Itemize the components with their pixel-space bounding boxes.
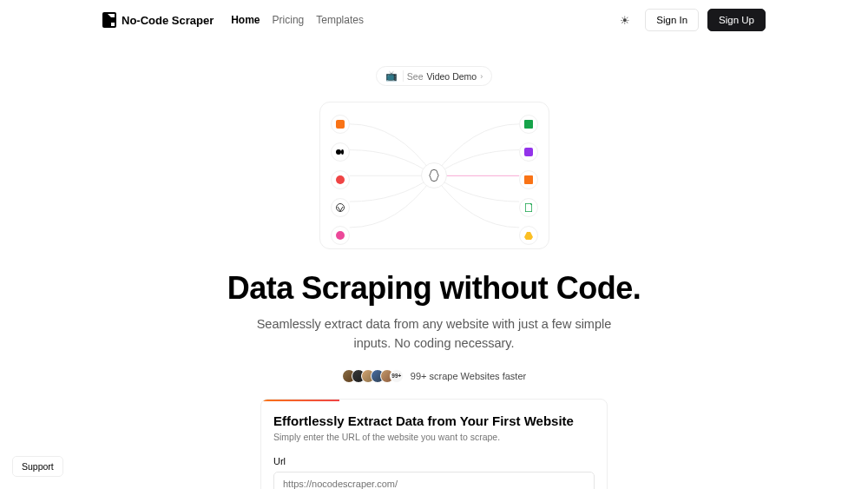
main-nav: Home Pricing Templates: [231, 14, 364, 26]
openai-icon: [427, 169, 441, 182]
video-see: See: [407, 71, 424, 82]
svg-point-2: [341, 149, 344, 155]
nav-pricing[interactable]: Pricing: [273, 14, 305, 26]
theme-toggle[interactable]: ☀: [614, 9, 636, 31]
avatar-more: 99+: [390, 369, 404, 383]
drive-icon: [519, 226, 538, 245]
main-content: 📺 See Video Demo ›: [0, 40, 868, 489]
diagram-left-column: [331, 115, 350, 245]
header: No-Code Scraper Home Pricing Templates ☀…: [0, 0, 868, 40]
logo-icon: [102, 12, 116, 28]
hero-subtitle: Seamlessly extract data from any website…: [252, 315, 616, 354]
integration-diagram: [319, 102, 549, 249]
url-input[interactable]: [273, 472, 595, 490]
database-icon: [519, 142, 538, 162]
blogger-icon: [331, 115, 350, 134]
logo-text: No-Code Scraper: [122, 14, 214, 27]
diagram-right-column: [519, 115, 538, 245]
logo[interactable]: No-Code Scraper: [102, 12, 214, 28]
producthunt-icon: [331, 170, 350, 189]
wordpress-icon: [331, 198, 350, 217]
social-proof: 99+ 99+ scrape Websites faster: [342, 369, 526, 383]
svg-point-5: [336, 231, 345, 240]
svg-point-3: [336, 175, 345, 184]
table-icon: [519, 170, 538, 189]
nav-home[interactable]: Home: [231, 14, 260, 26]
medium-icon: [331, 142, 350, 162]
pdf-icon: [519, 198, 538, 217]
svg-rect-7: [524, 148, 533, 156]
dribbble-icon: [331, 226, 350, 245]
svg-rect-0: [336, 120, 345, 129]
svg-point-1: [336, 149, 341, 155]
support-button[interactable]: Support: [12, 456, 63, 477]
header-left: No-Code Scraper Home Pricing Templates: [102, 12, 364, 28]
ai-center-node: [421, 162, 447, 188]
card-body: Effortlessly Extract Data from Your Firs…: [261, 400, 607, 490]
header-right: ☀ Sign In Sign Up: [614, 9, 766, 31]
avatar-stack: 99+: [342, 369, 404, 383]
sign-in-button[interactable]: Sign In: [645, 9, 699, 31]
social-text: 99+ scrape Websites faster: [411, 371, 526, 381]
url-label: Url: [273, 456, 595, 466]
svg-rect-8: [524, 175, 533, 184]
sun-icon: ☀: [620, 14, 630, 27]
card-subtitle: Simply enter the URL of the website you …: [273, 432, 595, 442]
card-accent: [261, 400, 339, 401]
svg-rect-6: [524, 120, 533, 129]
excel-icon: [519, 115, 538, 134]
scrape-card: Effortlessly Extract Data from Your Firs…: [260, 399, 608, 490]
sign-up-button[interactable]: Sign Up: [707, 9, 766, 31]
video-label: Video Demo: [427, 71, 477, 82]
video-icon: 📺: [385, 70, 404, 82]
nav-templates[interactable]: Templates: [316, 14, 364, 26]
chevron-right-icon: ›: [480, 72, 483, 81]
hero-title: Data Scraping without Code.: [0, 270, 868, 307]
video-demo-button[interactable]: 📺 See Video Demo ›: [376, 66, 492, 86]
card-title: Effortlessly Extract Data from Your Firs…: [273, 413, 595, 428]
